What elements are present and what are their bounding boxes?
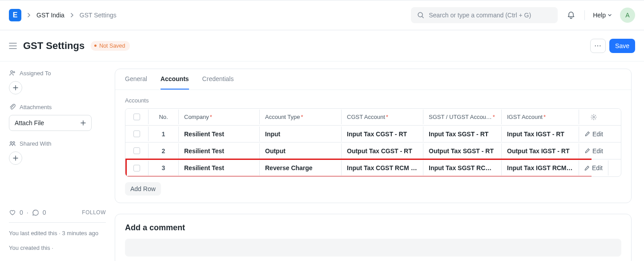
- cell-no: 1: [149, 126, 179, 142]
- svg-point-3: [13, 142, 15, 143]
- cell-cgst[interactable]: Output Tax CGST - RT: [342, 143, 423, 159]
- sidebar-bottom: 0 · 0 FOLLOW You last edited this · 3 mi…: [9, 209, 106, 253]
- chevron-down-icon: [608, 13, 612, 17]
- share-icon: [9, 140, 16, 147]
- svg-point-2: [10, 142, 12, 143]
- cell-account-type[interactable]: Reverse Charge: [260, 160, 342, 175]
- tab-accounts[interactable]: Accounts: [161, 75, 189, 90]
- heart-icon[interactable]: [9, 209, 16, 216]
- tabs: General Accounts Credentials: [115, 69, 631, 90]
- cell-company[interactable]: Resilient Test: [179, 143, 260, 159]
- sidebar-toggle-icon[interactable]: [9, 43, 17, 49]
- navbar: E GST India GST Settings Help A: [0, 0, 644, 30]
- app-logo[interactable]: E: [9, 9, 21, 21]
- table-header: No. Company* Account Type* CGST Account*…: [125, 109, 621, 126]
- edit-row-button[interactable]: Edit: [579, 126, 608, 142]
- comment-icon[interactable]: [32, 209, 39, 216]
- divider: [9, 222, 106, 223]
- comment-input[interactable]: [125, 239, 621, 257]
- page-title: GST Settings: [23, 40, 85, 52]
- attach-file-button[interactable]: Attach File: [9, 115, 92, 131]
- col-igst: IGST Account*: [502, 110, 579, 124]
- attachments-label: Attachments: [9, 103, 106, 110]
- table-row[interactable]: 3Resilient TestReverse ChargeInput Tax C…: [125, 159, 621, 176]
- cell-igst[interactable]: Output Tax IGST - RT: [502, 143, 579, 159]
- shared-with-label: Shared With: [9, 140, 106, 147]
- cell-cgst[interactable]: Input Tax CGST - RT: [342, 126, 423, 142]
- assigned-to-label: Assigned To: [9, 69, 106, 77]
- select-all-checkbox[interactable]: [133, 114, 140, 120]
- breadcrumb-current: GST Settings: [80, 12, 117, 19]
- search-icon: [417, 12, 424, 19]
- add-shared-with-button[interactable]: [9, 151, 22, 165]
- edit-row-button[interactable]: Edit: [579, 143, 608, 159]
- accounts-section-label: Accounts: [115, 90, 631, 108]
- col-sgst: SGST / UTGST Accou…*: [423, 110, 502, 124]
- col-no: No.: [149, 110, 179, 124]
- pencil-icon: [584, 148, 590, 154]
- accounts-table: No. Company* Account Type* CGST Account*…: [125, 108, 621, 177]
- body: Assigned To Attachments Attach File Shar…: [0, 61, 644, 261]
- cell-igst[interactable]: Input Tax IGST RCM - RT: [502, 160, 579, 175]
- search-input[interactable]: [429, 12, 551, 19]
- cell-company[interactable]: Resilient Test: [179, 160, 260, 175]
- row-checkbox[interactable]: [133, 165, 140, 171]
- add-assignee-button[interactable]: [9, 81, 22, 94]
- cell-cgst[interactable]: Input Tax CGST RCM - …: [342, 160, 423, 175]
- main-content: General Accounts Credentials Accounts No…: [115, 61, 644, 261]
- help-dropdown[interactable]: Help: [593, 12, 612, 19]
- ellipsis-icon: ⋯: [594, 41, 602, 50]
- likes-count: 0: [20, 209, 23, 216]
- cell-igst[interactable]: Input Tax IGST - RT: [502, 126, 579, 142]
- comments-count: 0: [43, 209, 46, 216]
- notifications-icon[interactable]: [566, 10, 576, 20]
- table-row[interactable]: 2Resilient TestOutputOutput Tax CGST - R…: [125, 143, 621, 159]
- row-checkbox[interactable]: [133, 147, 140, 154]
- col-account-type: Account Type*: [260, 110, 342, 124]
- chevron-right-icon: [27, 13, 31, 17]
- status-badge: Not Saved: [91, 41, 129, 51]
- comment-card: Add a comment: [115, 214, 632, 261]
- cell-account-type[interactable]: Input: [260, 126, 342, 142]
- table-row[interactable]: 1Resilient TestInputInput Tax CGST - RTI…: [125, 126, 621, 143]
- save-button[interactable]: Save: [609, 39, 635, 53]
- cell-sgst[interactable]: Input Tax SGST - RT: [423, 126, 502, 142]
- timeline-created: You created this ·: [9, 244, 106, 253]
- accounts-table-wrap: No. Company* Account Type* CGST Account*…: [115, 108, 631, 203]
- col-company: Company*: [179, 110, 260, 124]
- engagement-bar: 0 · 0 FOLLOW: [9, 209, 106, 216]
- pencil-icon: [584, 165, 590, 171]
- row-checkbox[interactable]: [133, 130, 140, 137]
- left-sidebar: Assigned To Attachments Attach File Shar…: [0, 61, 115, 261]
- col-settings[interactable]: [579, 110, 608, 124]
- tab-credentials[interactable]: Credentials: [202, 75, 234, 90]
- accounts-card: General Accounts Credentials Accounts No…: [115, 69, 632, 203]
- separator: [584, 10, 585, 20]
- cell-sgst[interactable]: Input Tax SGST RCM - …: [423, 160, 502, 175]
- chevron-right-icon: [70, 13, 74, 17]
- paperclip-icon: [9, 103, 16, 110]
- more-actions-button[interactable]: ⋯: [590, 39, 606, 53]
- add-row-button[interactable]: Add Row: [125, 182, 161, 196]
- search-box[interactable]: [411, 7, 558, 23]
- dot-separator: ·: [27, 209, 28, 216]
- toolbar-actions: ⋯ Save: [590, 39, 635, 53]
- follow-button[interactable]: FOLLOW: [82, 209, 106, 216]
- tab-general[interactable]: General: [125, 75, 147, 90]
- col-cgst: CGST Account*: [342, 110, 423, 124]
- edit-row-button[interactable]: Edit: [579, 160, 608, 175]
- cell-company[interactable]: Resilient Test: [179, 126, 260, 142]
- comment-title: Add a comment: [115, 214, 631, 239]
- svg-point-1: [11, 71, 13, 73]
- plus-icon: [80, 120, 86, 126]
- user-plus-icon: [9, 69, 16, 77]
- breadcrumb-parent[interactable]: GST India: [36, 12, 64, 19]
- cell-account-type[interactable]: Output: [260, 143, 342, 159]
- navbar-right: Help A: [411, 7, 635, 23]
- avatar-letter: A: [625, 12, 629, 19]
- user-avatar[interactable]: A: [620, 8, 635, 23]
- logo-letter: E: [13, 11, 18, 19]
- timeline-last-edited: You last edited this · 3 minutes ago: [9, 229, 106, 238]
- cell-sgst[interactable]: Output Tax SGST - RT: [423, 143, 502, 159]
- cell-no: 3: [149, 160, 179, 175]
